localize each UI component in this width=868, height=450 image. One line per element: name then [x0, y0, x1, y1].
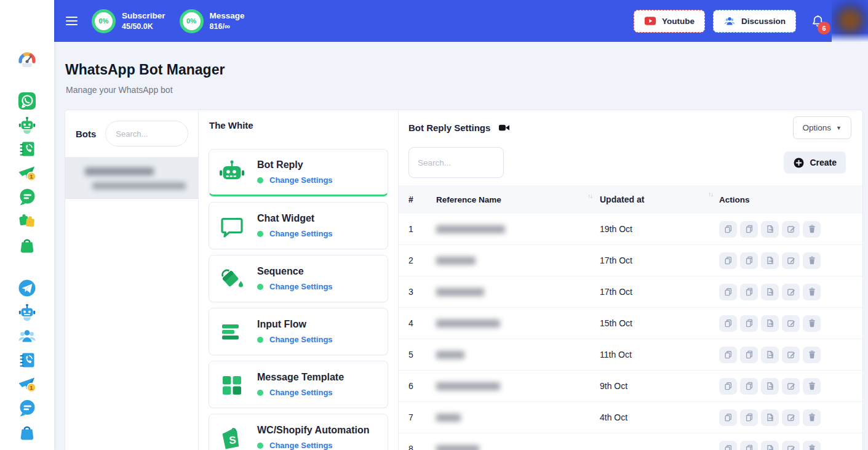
export-button[interactable] — [761, 441, 779, 450]
message-stat: 0% Message 816/∞ — [180, 9, 245, 33]
duplicate-button[interactable] — [719, 221, 737, 238]
duplicate-button[interactable] — [719, 315, 737, 332]
copy-button[interactable] — [740, 252, 758, 269]
youtube-label: Youtube — [662, 17, 695, 26]
edit-button[interactable] — [782, 441, 800, 450]
export-button[interactable] — [761, 221, 779, 238]
dashboard-icon[interactable] — [17, 49, 38, 70]
edit-button[interactable] — [782, 378, 800, 395]
change-settings-link[interactable]: Change Settings — [269, 441, 333, 450]
delete-button[interactable] — [803, 409, 821, 426]
menu-toggle-icon[interactable] — [66, 14, 78, 28]
change-settings-link[interactable]: Change Settings — [269, 388, 333, 397]
edit-button[interactable] — [782, 347, 800, 363]
export-button[interactable] — [761, 378, 779, 395]
video-camera-icon[interactable] — [498, 122, 510, 134]
status-dot — [257, 231, 263, 237]
create-button[interactable]: Create — [784, 151, 846, 174]
copy-button[interactable] — [740, 441, 758, 450]
nav-card-title: Message Template — [257, 372, 344, 383]
nav-card-input-flow[interactable]: Input FlowChange Settings — [209, 308, 388, 355]
telegram-chat-icon[interactable] — [17, 398, 38, 419]
whatsapp-icon[interactable] — [17, 90, 38, 111]
copy-button[interactable] — [740, 409, 758, 426]
message-label: Message — [210, 11, 245, 20]
subscriber-progress-ring: 0% — [92, 9, 116, 33]
reply-search-input[interactable] — [408, 147, 504, 178]
export-button[interactable] — [761, 409, 779, 426]
message-value: 816/∞ — [210, 22, 245, 31]
nav-card-sequence[interactable]: SequenceChange Settings — [209, 255, 388, 302]
message-progress-ring: 0% — [180, 9, 204, 33]
whatsapp-contacts-icon[interactable] — [17, 139, 38, 159]
telegram-broadcast-icon[interactable]: 1 — [17, 374, 38, 395]
notifications-button[interactable]: 6 — [811, 14, 826, 28]
telegram-icon[interactable] — [17, 278, 38, 299]
delete-button[interactable] — [803, 378, 821, 395]
table-row: 8 — [399, 433, 862, 450]
change-settings-link[interactable]: Change Settings — [269, 282, 333, 291]
table-row: 317th Oct — [399, 276, 862, 308]
youtube-button[interactable]: Youtube — [634, 10, 705, 33]
status-dot — [257, 337, 263, 343]
change-settings-link[interactable]: Change Settings — [269, 335, 333, 344]
copy-button[interactable] — [740, 221, 758, 238]
whatsapp-broadcast-icon[interactable]: 1 — [17, 163, 38, 183]
options-button[interactable]: Options ▼ — [793, 116, 851, 139]
page-subtitle: Manage your WhatsApp bot — [54, 78, 868, 95]
nav-card-bot-reply[interactable]: Bot ReplyChange Settings — [209, 149, 388, 196]
duplicate-button[interactable] — [719, 252, 737, 269]
duplicate-button[interactable] — [719, 441, 737, 450]
edit-button[interactable] — [782, 409, 800, 426]
sort-icon[interactable]: ↑↓ — [587, 193, 592, 199]
sort-icon[interactable]: ↑↓ — [708, 191, 713, 198]
export-button[interactable] — [761, 347, 779, 363]
nav-card-title: Chat Widget — [257, 213, 333, 224]
edit-button[interactable] — [782, 315, 800, 332]
telegram-group-icon[interactable] — [17, 326, 38, 347]
user-avatar[interactable] — [832, 0, 868, 42]
delete-button[interactable] — [803, 252, 821, 269]
copy-button[interactable] — [740, 284, 758, 300]
bot-list-item-selected[interactable] — [65, 158, 198, 199]
edit-button[interactable] — [782, 252, 800, 269]
reference-name-redacted — [436, 445, 479, 450]
subscriber-label: Subscriber — [122, 11, 165, 20]
export-button[interactable] — [761, 252, 779, 269]
table-row: 69th Oct — [399, 371, 862, 402]
page-title: WhatsApp Bot Manager — [54, 42, 868, 78]
copy-button[interactable] — [740, 347, 758, 363]
copy-button[interactable] — [740, 315, 758, 332]
whatsapp-integrations-icon[interactable] — [17, 211, 38, 231]
duplicate-button[interactable] — [719, 347, 737, 363]
whatsapp-chat-icon[interactable] — [17, 187, 38, 207]
export-button[interactable] — [761, 284, 779, 300]
discussion-button[interactable]: Discussion — [713, 10, 796, 33]
copy-button[interactable] — [740, 378, 758, 395]
delete-button[interactable] — [803, 441, 821, 450]
nav-card-message-template[interactable]: Message TemplateChange Settings — [209, 361, 388, 408]
bots-search-input[interactable] — [105, 121, 188, 147]
nav-card-chat-widget[interactable]: Chat WidgetChange Settings — [209, 202, 388, 249]
telegram-contacts-icon[interactable] — [17, 350, 38, 371]
svg-text:1: 1 — [30, 173, 33, 180]
edit-button[interactable] — [782, 221, 800, 238]
export-button[interactable] — [761, 315, 779, 332]
delete-button[interactable] — [803, 221, 821, 238]
duplicate-button[interactable] — [719, 409, 737, 426]
edit-button[interactable] — [782, 284, 800, 300]
delete-button[interactable] — [803, 347, 821, 363]
duplicate-button[interactable] — [719, 284, 737, 300]
svg-text:S: S — [229, 434, 237, 446]
column-header-actions: Actions — [719, 195, 853, 204]
duplicate-button[interactable] — [719, 378, 737, 395]
delete-button[interactable] — [803, 284, 821, 300]
telegram-store-icon[interactable] — [17, 422, 38, 443]
nav-card-wc-shopify-automation[interactable]: SWC/Shopify AutomationChange Settings — [209, 414, 388, 450]
change-settings-link[interactable]: Change Settings — [269, 175, 333, 185]
delete-button[interactable] — [803, 315, 821, 332]
change-settings-link[interactable]: Change Settings — [269, 229, 333, 238]
whatsapp-bot-icon[interactable] — [17, 115, 38, 135]
whatsapp-store-icon[interactable] — [17, 235, 38, 255]
telegram-bot-icon[interactable] — [17, 302, 38, 323]
